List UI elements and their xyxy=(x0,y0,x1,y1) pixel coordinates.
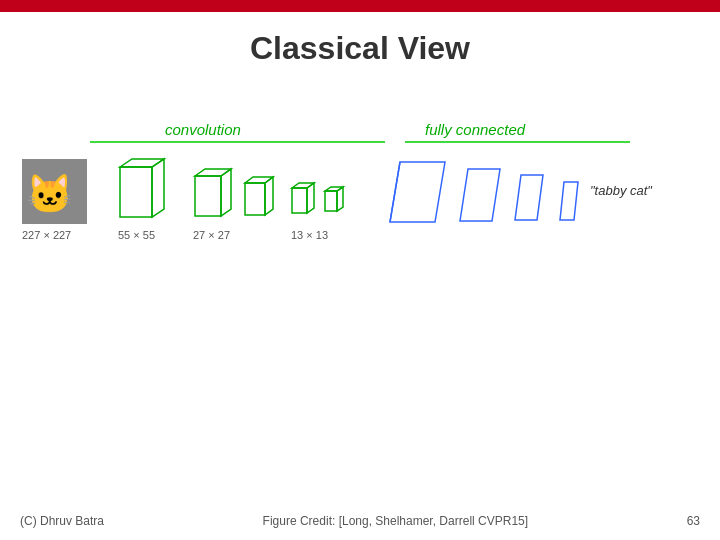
diagram-svg: convolution fully connected 🐱 xyxy=(0,87,720,427)
footer-center: Figure Credit: [Long, Shelhamer, Darrell… xyxy=(263,514,528,528)
svg-rect-12 xyxy=(245,183,265,215)
svg-marker-11 xyxy=(221,169,231,216)
svg-rect-9 xyxy=(195,176,221,216)
svg-marker-14 xyxy=(265,177,273,215)
svg-line-22 xyxy=(390,162,400,222)
svg-text:55 × 55: 55 × 55 xyxy=(118,229,155,241)
footer: (C) Dhruv Batra Figure Credit: [Long, Sh… xyxy=(0,514,720,528)
svg-marker-24 xyxy=(515,175,543,220)
svg-text:🐱: 🐱 xyxy=(26,171,74,217)
svg-text:fully connected: fully connected xyxy=(425,121,526,138)
svg-text:227 × 227: 227 × 227 xyxy=(22,229,71,241)
svg-text:"tabby cat": "tabby cat" xyxy=(590,183,653,198)
svg-text:27 × 27: 27 × 27 xyxy=(193,229,230,241)
svg-marker-17 xyxy=(307,183,314,213)
svg-rect-18 xyxy=(325,191,337,211)
svg-text:13 × 13: 13 × 13 xyxy=(291,229,328,241)
svg-rect-15 xyxy=(292,188,307,213)
svg-marker-23 xyxy=(460,169,500,221)
svg-marker-8 xyxy=(152,159,164,217)
svg-rect-6 xyxy=(120,167,152,217)
footer-right: 63 xyxy=(687,514,700,528)
page-title: Classical View xyxy=(0,12,720,77)
footer-left: (C) Dhruv Batra xyxy=(20,514,104,528)
diagram-area: convolution fully connected 🐱 xyxy=(0,87,720,427)
svg-text:convolution: convolution xyxy=(165,121,241,138)
svg-marker-20 xyxy=(337,187,343,211)
svg-marker-25 xyxy=(560,182,578,220)
top-bar xyxy=(0,0,720,12)
